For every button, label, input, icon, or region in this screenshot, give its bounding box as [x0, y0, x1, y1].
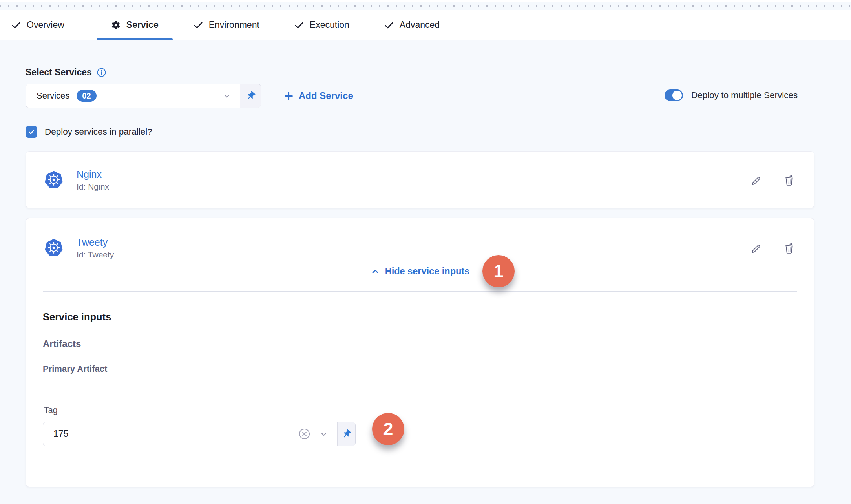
check-icon — [294, 20, 304, 30]
tab-environment[interactable]: Environment — [176, 10, 277, 40]
service-card-header: Nginx Id: Nginx — [26, 152, 814, 209]
service-tab-content: Select Services Services 02 Add Service … — [0, 40, 851, 504]
service-name-link[interactable]: Tweety — [77, 237, 114, 248]
pipeline-connector-dots — [0, 2, 851, 10]
annotation-badge-1: 1 — [482, 255, 515, 287]
info-icon[interactable] — [97, 68, 106, 77]
edit-icon — [751, 174, 763, 186]
artifacts-heading: Artifacts — [43, 338, 81, 349]
add-service-label: Add Service — [299, 90, 353, 101]
service-card-header: Tweety Id: Tweety — [26, 218, 814, 269]
select-services-label: Select Services — [26, 67, 106, 78]
hide-service-inputs-label: Hide service inputs — [385, 266, 470, 277]
parallel-row: Deploy services in parallel? — [26, 126, 152, 138]
check-icon — [27, 128, 35, 136]
edit-icon — [751, 242, 763, 254]
tab-label: Advanced — [400, 20, 440, 30]
service-inputs-title: Service inputs — [43, 311, 111, 323]
check-icon — [11, 20, 21, 30]
deploy-multiple-row: Deploy to multiple Services — [665, 89, 798, 101]
tab-service[interactable]: Service — [93, 10, 176, 40]
check-icon — [384, 20, 394, 30]
stage-tabbar: Overview Service Environment Execution A… — [0, 10, 851, 40]
service-id: Id: Tweety — [77, 250, 114, 259]
pin-icon — [341, 429, 352, 439]
services-dropdown-value: Services — [37, 91, 69, 101]
tag-label: Tag — [44, 405, 58, 415]
services-multiselect: Services 02 — [26, 84, 261, 108]
tab-advanced[interactable]: Advanced — [367, 10, 457, 40]
kubernetes-icon — [44, 238, 64, 258]
parallel-label: Deploy services in parallel? — [45, 127, 152, 137]
edit-service-button[interactable] — [751, 174, 763, 186]
service-name-link[interactable]: Nginx — [77, 169, 109, 180]
parallel-checkbox[interactable] — [26, 126, 37, 138]
services-count-badge: 02 — [77, 90, 96, 102]
tab-overview[interactable]: Overview — [11, 10, 82, 40]
service-card-tweety: Tweety Id: Tweety Hide service inputs 1 … — [26, 218, 814, 487]
chevron-down-icon[interactable] — [319, 429, 329, 439]
service-config-page: Overview Service Environment Execution A… — [0, 0, 851, 504]
deploy-multiple-label: Deploy to multiple Services — [691, 90, 798, 100]
add-service-button[interactable]: Add Service — [283, 89, 353, 102]
deploy-multiple-toggle[interactable] — [665, 89, 683, 101]
primary-artifact-heading: Primary Artifact — [43, 364, 107, 374]
delete-icon — [783, 174, 795, 186]
pin-icon — [245, 91, 256, 101]
tag-pin-button[interactable] — [337, 422, 355, 446]
service-id: Id: Nginx — [77, 182, 109, 192]
service-card-nginx: Nginx Id: Nginx — [26, 151, 814, 208]
edit-service-button[interactable] — [751, 242, 763, 254]
tag-input[interactable] — [43, 429, 298, 439]
delete-service-button[interactable] — [783, 174, 795, 186]
check-icon — [193, 20, 203, 30]
gear-icon — [111, 20, 121, 30]
tab-label: Execution — [310, 20, 349, 30]
tab-label: Environment — [209, 20, 259, 30]
tab-label: Service — [126, 20, 159, 30]
services-dropdown[interactable]: Services 02 — [26, 84, 240, 108]
tag-control — [43, 422, 356, 446]
services-pin-button[interactable] — [240, 84, 261, 108]
divider — [43, 291, 797, 292]
chevron-down-icon[interactable] — [222, 91, 232, 101]
kubernetes-icon — [44, 170, 64, 190]
delete-service-button[interactable] — [783, 242, 795, 254]
chevron-up-icon — [371, 267, 380, 276]
plus-icon — [283, 91, 294, 101]
hide-service-inputs-link[interactable]: Hide service inputs — [26, 266, 814, 277]
tab-execution[interactable]: Execution — [277, 10, 367, 40]
delete-icon — [783, 242, 795, 254]
annotation-badge-2: 2 — [372, 413, 404, 445]
tab-label: Overview — [27, 20, 64, 30]
clear-icon[interactable] — [298, 428, 310, 440]
